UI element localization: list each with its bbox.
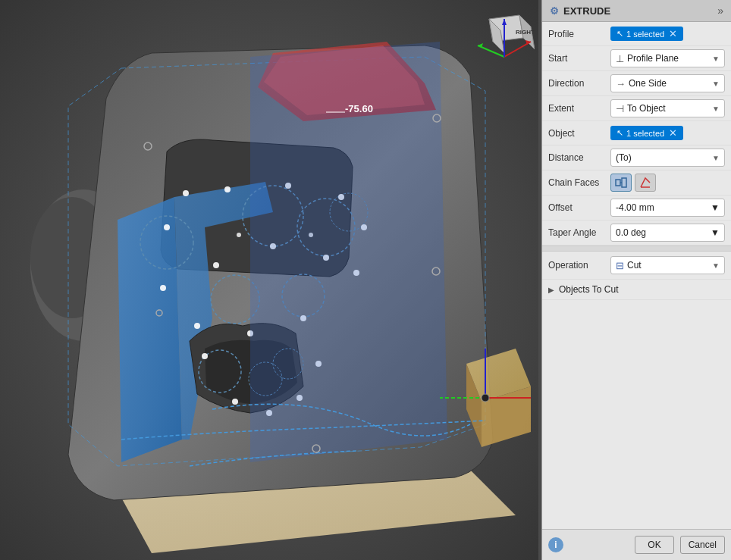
direction-label: Direction: [548, 78, 610, 89]
profile-control: ↖ 1 selected ✕: [610, 27, 725, 41]
distance-dropdown[interactable]: (To) ▼: [610, 149, 725, 167]
panel-expand-icon[interactable]: »: [717, 5, 723, 17]
offset-label: Offset: [548, 202, 610, 213]
svg-point-20: [194, 323, 200, 329]
orientation-compass[interactable]: RIGHT: [474, 4, 535, 64]
operation-row: Operation ⊟ Cut ▼: [542, 252, 731, 280]
extent-icon: ⊣: [616, 103, 624, 114]
svg-point-21: [160, 285, 166, 291]
distance-label: Distance: [548, 152, 610, 163]
direction-dropdown[interactable]: → One Side ▼: [610, 74, 725, 92]
operation-chevron-icon: ▼: [712, 261, 720, 270]
taper-angle-row: Taper Angle 0.0 deg ▼: [542, 221, 731, 246]
extent-control: ⊣ To Object ▼: [610, 99, 725, 117]
svg-point-25: [213, 262, 219, 268]
offset-control: -4.00 mm ▼: [610, 199, 725, 217]
object-selected-badge[interactable]: ↖ 1 selected ✕: [610, 126, 683, 140]
object-control: ↖ 1 selected ✕: [610, 126, 725, 140]
chain-faces-label: Chain Faces: [548, 177, 610, 188]
distance-value: (To): [616, 152, 632, 163]
operation-icon: ⊟: [616, 260, 624, 271]
object-clear-button[interactable]: ✕: [669, 127, 677, 139]
svg-point-27: [237, 233, 241, 237]
taper-input[interactable]: 0.0 deg ▼: [610, 224, 725, 242]
start-value: Profile Plane: [627, 53, 679, 64]
objects-to-cut-label: Objects To Cut: [559, 284, 618, 295]
extent-row: Extent ⊣ To Object ▼: [542, 96, 731, 121]
operation-dropdown[interactable]: ⊟ Cut ▼: [610, 256, 725, 274]
offset-chevron-icon: ▼: [711, 202, 720, 213]
distance-control: (To) ▼: [610, 149, 725, 167]
start-icon: ⊥: [616, 53, 624, 64]
operation-label: Operation: [548, 260, 610, 271]
profile-label: Profile: [548, 29, 610, 39]
operation-value: Cut: [627, 260, 642, 271]
start-row: Start ⊥ Profile Plane ▼: [542, 46, 731, 71]
direction-icon: →: [616, 78, 626, 89]
chain-faces-button-1[interactable]: [610, 174, 632, 192]
offset-value: -4.00 mm: [616, 202, 654, 213]
operation-control: ⊟ Cut ▼: [610, 256, 725, 274]
distance-chevron-icon: ▼: [712, 154, 720, 162]
object-row: Object ↖ 1 selected ✕: [542, 121, 731, 145]
panel-header: ⚙ EXTRUDE »: [542, 0, 731, 22]
objects-to-cut-expand-icon: ▶: [548, 286, 554, 294]
objects-to-cut-row[interactable]: ▶ Objects To Cut: [542, 280, 731, 300]
svg-point-23: [183, 190, 189, 196]
svg-text:-75.60: -75.60: [345, 103, 373, 114]
svg-point-29: [202, 353, 208, 359]
svg-text:RIGHT: RIGHT: [516, 29, 535, 36]
svg-point-22: [164, 224, 170, 230]
profile-clear-button[interactable]: ✕: [669, 28, 677, 39]
profile-selected-text: 1 selected: [626, 30, 664, 39]
ok-button[interactable]: OK: [635, 536, 673, 554]
chain-faces-row: Chain Faces: [542, 171, 731, 196]
panel-separator: [542, 246, 731, 252]
taper-chevron-icon: ▼: [711, 227, 720, 238]
chain-faces-control: [610, 174, 725, 192]
object-label: Object: [548, 128, 610, 139]
distance-row: Distance (To) ▼: [542, 145, 731, 171]
object-cursor-icon: ↖: [616, 128, 623, 138]
direction-value: One Side: [629, 78, 667, 89]
panel-footer: i OK Cancel: [542, 529, 731, 560]
panel-title-text: EXTRUDE: [563, 5, 610, 17]
direction-chevron-icon: ▼: [712, 80, 720, 88]
start-label: Start: [548, 53, 610, 64]
offset-input[interactable]: -4.00 mm ▼: [610, 199, 725, 217]
object-selected-text: 1 selected: [626, 129, 664, 138]
taper-control: 0.0 deg ▼: [610, 224, 725, 242]
chain-faces-button-2[interactable]: [635, 174, 656, 192]
info-button[interactable]: i: [548, 537, 563, 552]
profile-selected-badge[interactable]: ↖ 1 selected ✕: [610, 27, 683, 41]
3d-viewport[interactable]: -75.60 RIGHT: [0, 0, 538, 560]
cursor-icon: ↖: [616, 29, 623, 39]
panel-title: ⚙ EXTRUDE: [550, 5, 610, 17]
cancel-button[interactable]: Cancel: [680, 536, 725, 554]
svg-rect-57: [622, 178, 626, 187]
taper-label: Taper Angle: [548, 227, 610, 238]
svg-point-30: [232, 399, 238, 405]
svg-point-37: [482, 394, 489, 402]
extent-label: Extent: [548, 103, 610, 114]
start-control: ⊥ Profile Plane ▼: [610, 49, 725, 67]
svg-point-13: [224, 186, 231, 192]
gear-icon: ⚙: [550, 5, 559, 17]
extent-chevron-icon: ▼: [712, 105, 720, 113]
direction-row: Direction → One Side ▼: [542, 71, 731, 96]
extrude-panel: ⚙ EXTRUDE » Profile ↖ 1 selected ✕ Start…: [541, 0, 731, 560]
extent-dropdown[interactable]: ⊣ To Object ▼: [610, 99, 725, 117]
start-dropdown[interactable]: ⊥ Profile Plane ▼: [610, 49, 725, 67]
info-icon: i: [554, 540, 557, 550]
taper-value: 0.0 deg: [616, 227, 646, 238]
extent-value: To Object: [627, 103, 666, 114]
svg-rect-56: [616, 180, 620, 186]
start-chevron-icon: ▼: [712, 55, 720, 63]
direction-control: → One Side ▼: [610, 74, 725, 92]
offset-row: Offset -4.00 mm ▼: [542, 196, 731, 221]
profile-row: Profile ↖ 1 selected ✕: [542, 22, 731, 46]
